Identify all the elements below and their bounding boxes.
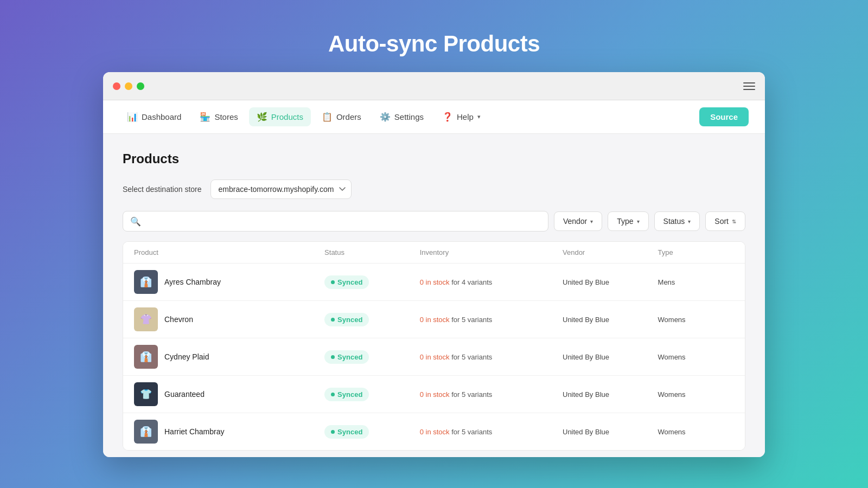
col-header-type: Type	[658, 248, 734, 256]
status-label: Synced	[337, 390, 362, 399]
nav-item-settings[interactable]: ⚙️ Settings	[372, 107, 431, 126]
synced-badge: Synced	[324, 350, 369, 364]
orders-icon: 📋	[322, 112, 333, 122]
minimize-button[interactable]	[125, 82, 132, 90]
product-thumbnail: 👕	[134, 382, 158, 406]
stores-icon: 🏪	[200, 112, 210, 122]
synced-badge: Synced	[324, 425, 369, 439]
nav-item-stores[interactable]: 🏪 Stores	[192, 107, 245, 126]
store-selector-row: Select destination store embrace-tomorro…	[123, 179, 745, 199]
section-title: Products	[123, 151, 745, 166]
inventory-text: for 4 variants	[450, 278, 493, 286]
nav-label-dashboard: Dashboard	[142, 112, 181, 121]
col-header-inventory: Inventory	[420, 248, 563, 256]
help-icon: ❓	[442, 112, 453, 122]
table-body: 👔 Ayres Chambray Synced 0 in stock for 4…	[123, 264, 745, 450]
status-label: Synced	[337, 353, 362, 361]
search-input[interactable]	[123, 211, 548, 232]
type-cell: Womens	[658, 353, 734, 361]
title-bar	[103, 72, 765, 100]
status-filter-button[interactable]: Status ▾	[654, 211, 700, 231]
status-label: Synced	[337, 316, 362, 324]
inventory-cell: 0 in stock for 4 variants	[420, 278, 563, 286]
store-selector-select[interactable]: embrace-tomorrow.myshopify.com	[210, 179, 352, 199]
vendor-cell: United By Blue	[563, 390, 658, 399]
nav-label-settings: Settings	[394, 112, 424, 121]
nav-label-orders: Orders	[336, 112, 361, 121]
type-cell: Womens	[658, 428, 734, 436]
product-name: Ayres Chambray	[164, 278, 221, 286]
status-chevron-icon: ▾	[688, 219, 691, 224]
dashboard-icon: 📊	[127, 112, 138, 122]
nav-items: 📊 Dashboard 🏪 Stores 🌿 Products 📋 Orders…	[119, 107, 699, 126]
search-wrapper: 🔍	[123, 211, 548, 232]
status-cell: Synced	[324, 425, 420, 439]
type-filter-button[interactable]: Type ▾	[608, 211, 648, 231]
table-row[interactable]: 👔 Cydney Plaid Synced 0 in stock for 5 v…	[123, 338, 745, 376]
product-thumbnail: 👔	[134, 420, 158, 444]
nav-item-products[interactable]: 🌿 Products	[249, 107, 311, 126]
vendor-filter-label: Vendor	[563, 217, 587, 226]
inventory-cell: 0 in stock for 5 variants	[420, 353, 563, 361]
synced-dot-icon	[331, 355, 335, 359]
close-button[interactable]	[113, 82, 120, 90]
sort-button[interactable]: Sort ⇅	[705, 211, 745, 231]
nav-item-help[interactable]: ❓ Help ▾	[435, 107, 488, 126]
maximize-button[interactable]	[137, 82, 144, 90]
synced-badge: Synced	[324, 313, 369, 326]
product-cell: 👔 Ayres Chambray	[134, 270, 324, 294]
sort-chevron-icon: ⇅	[732, 219, 736, 224]
product-cell: 👕 Guaranteed	[134, 382, 324, 406]
inventory-text: for 5 variants	[450, 390, 493, 399]
table-row[interactable]: 👔 Ayres Chambray Synced 0 in stock for 4…	[123, 264, 745, 301]
synced-dot-icon	[331, 280, 335, 284]
status-cell: Synced	[324, 350, 420, 364]
table-row[interactable]: 👕 Guaranteed Synced 0 in stock for 5 var…	[123, 376, 745, 413]
table-row[interactable]: 👚 Chevron Synced 0 in stock for 5 varian…	[123, 301, 745, 338]
product-thumbnail: 👔	[134, 345, 158, 369]
col-header-status: Status	[324, 248, 420, 256]
vendor-cell: United By Blue	[563, 428, 658, 436]
product-cell: 👔 Harriet Chambray	[134, 420, 324, 444]
product-name: Cydney Plaid	[164, 352, 209, 361]
toolbar-row: 🔍 Vendor ▾ Type ▾ Status ▾ Sort ⇅	[123, 211, 745, 232]
inventory-zero: 0 in stock	[420, 428, 450, 436]
store-selector-label: Select destination store	[123, 185, 202, 194]
inventory-zero: 0 in stock	[420, 390, 450, 399]
type-cell: Womens	[658, 316, 734, 324]
status-cell: Synced	[324, 388, 420, 401]
product-name: Guaranteed	[164, 390, 205, 399]
products-table: Product Status Inventory Vendor Type 👔 A…	[123, 241, 745, 451]
vendor-cell: United By Blue	[563, 278, 658, 286]
status-label: Synced	[337, 428, 362, 436]
product-name: Harriet Chambray	[164, 427, 224, 436]
product-thumbnail: 👔	[134, 270, 158, 294]
inventory-cell: 0 in stock for 5 variants	[420, 390, 563, 399]
inventory-cell: 0 in stock for 5 variants	[420, 428, 563, 436]
status-cell: Synced	[324, 275, 420, 289]
inventory-text: for 5 variants	[450, 428, 493, 436]
nav-item-orders[interactable]: 📋 Orders	[314, 107, 369, 126]
nav-item-dashboard[interactable]: 📊 Dashboard	[119, 107, 189, 126]
inventory-text: for 5 variants	[450, 353, 493, 361]
status-cell: Synced	[324, 313, 420, 326]
window-controls	[113, 82, 144, 90]
status-label: Synced	[337, 278, 362, 286]
synced-dot-icon	[331, 318, 335, 322]
col-header-vendor: Vendor	[563, 248, 658, 256]
vendor-cell: United By Blue	[563, 316, 658, 324]
product-cell: 👔 Cydney Plaid	[134, 345, 324, 369]
synced-dot-icon	[331, 430, 335, 434]
table-row[interactable]: 👔 Harriet Chambray Synced 0 in stock for…	[123, 413, 745, 450]
product-thumbnail: 👚	[134, 307, 158, 331]
nav-label-products: Products	[271, 112, 303, 121]
sort-label: Sort	[714, 217, 729, 226]
inventory-zero: 0 in stock	[420, 278, 450, 286]
vendor-filter-button[interactable]: Vendor ▾	[554, 211, 602, 231]
navbar: 📊 Dashboard 🏪 Stores 🌿 Products 📋 Orders…	[103, 100, 765, 134]
hamburger-menu[interactable]	[743, 82, 755, 90]
product-name: Chevron	[164, 315, 193, 324]
synced-badge: Synced	[324, 275, 369, 289]
search-icon: 🔍	[130, 216, 141, 227]
source-button[interactable]: Source	[699, 107, 749, 126]
